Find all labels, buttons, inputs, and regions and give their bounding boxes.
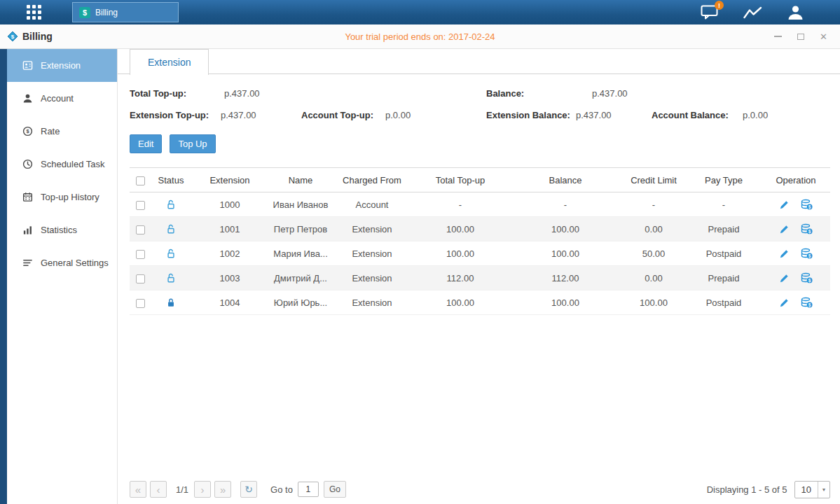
pay-type-cell: Prepaid [686,266,762,290]
svg-text:$: $ [808,278,811,284]
svg-text:$: $ [808,302,811,308]
sidebar-item-general-settings[interactable]: General Settings [7,246,117,279]
extension-cell: 1002 [191,241,268,266]
edit-extension-button[interactable] [779,248,790,259]
sidebar-item-statistics[interactable]: Statistics [7,214,117,246]
sidebar-item-extension[interactable]: Extension [7,49,117,82]
name-cell: Мария Ива... [268,241,333,266]
topup-extension-button[interactable]: $ [801,297,813,309]
maximize-icon[interactable] [797,34,804,40]
extension-cell: 1004 [191,290,268,315]
select-all-checkbox[interactable] [136,176,145,186]
next-page-button[interactable]: › [194,481,211,498]
window-title: Billing [22,31,53,42]
first-page-button[interactable]: « [130,481,146,498]
unlocked-icon [166,248,176,259]
line-chart-icon [743,6,762,20]
svg-text:$: $ [26,128,29,134]
row-checkbox[interactable] [136,299,145,308]
sidebar-item-scheduled-task[interactable]: Scheduled Task [7,148,117,181]
total-topup-label: Total Top-up: [130,88,224,99]
row-checkbox[interactable] [136,225,145,234]
table-row: 1003 Дмитрий Д... Extension 112.00 112.0… [130,266,830,290]
refresh-icon[interactable]: ↻ [240,481,257,498]
row-checkbox[interactable] [136,250,145,259]
extension-balance-value: p.437.00 [576,110,652,120]
coins-topup-icon: $ [801,272,813,284]
sidebar-item-label: Scheduled Task [41,159,105,169]
go-button[interactable]: Go [324,481,346,498]
coins-topup-icon: $ [801,248,813,259]
billing-logo-icon: $ [7,31,18,42]
header-operation: Operation [762,168,830,192]
sidebar-item-rate[interactable]: $ Rate [7,115,117,148]
messages-icon[interactable]: ! [701,5,718,20]
prev-page-button[interactable]: ‹ [150,481,167,498]
edit-extension-button[interactable] [779,297,790,308]
charged-from-cell: Extension [333,217,411,241]
account-balance-value: p.0.00 [743,110,768,120]
pay-type-cell: - [686,192,762,217]
name-cell: Дмитрий Д... [268,266,333,290]
svg-text:$: $ [808,204,811,210]
pencil-icon [779,248,790,259]
pay-type-cell: Postpaid [686,290,762,315]
header-extension: Extension [191,168,268,192]
pagination-bar: « ‹ 1/1 › » ↻ Go to Go Displaying 1 - 5 … [130,480,830,498]
dollar-circle-icon: $ [22,126,33,136]
balance-cell: 100.00 [509,241,621,266]
row-checkbox[interactable] [136,274,145,284]
operation-cell: $ [762,217,830,241]
last-page-button[interactable]: » [214,481,231,498]
topbar: $ Billing ! [0,0,840,24]
apps-grid-icon[interactable] [27,5,41,20]
extension-cell: 1000 [191,192,268,217]
sidebar-item-label: General Settings [41,258,109,268]
header-total-topup: Total Top-up [411,168,509,192]
topup-extension-button[interactable]: $ [801,248,813,260]
close-icon[interactable]: ✕ [820,32,827,41]
tab-strip: Extension [118,49,840,74]
sidebar-item-label: Rate [41,126,60,136]
edit-extension-button[interactable] [779,199,790,210]
pay-type-cell: Postpaid [686,241,762,266]
extension-topup-label: Extension Top-up: [130,110,221,120]
minimize-icon[interactable] [774,36,782,37]
user-account-icon[interactable] [787,5,804,20]
goto-label: Go to [270,484,293,495]
charged-from-cell: Extension [333,241,411,266]
edit-button[interactable]: Edit [130,134,162,153]
sidebar-item-topup-history[interactable]: Top-up History [7,181,117,214]
topup-extension-button[interactable]: $ [801,199,813,211]
top-up-button[interactable]: Top Up [170,134,215,153]
name-cell: Юрий Юрь... [268,290,333,315]
page-size-select[interactable]: 10 ▼ [794,481,830,498]
sidebar-item-label: Top-up History [41,192,99,202]
row-checkbox[interactable] [136,201,145,210]
balance-label: Balance: [486,88,592,99]
topup-extension-button[interactable]: $ [801,272,813,284]
sidebar-item-label: Statistics [41,225,77,235]
tab-extension[interactable]: Extension [130,49,209,75]
reports-chart-icon[interactable] [743,6,762,20]
billing-app-icon: $ [79,7,90,18]
header-pay-type: Pay Type [686,168,762,192]
bar-chart-icon [22,225,33,235]
sidebar-item-account[interactable]: Account [7,82,117,115]
name-cell: Иван Иванов [268,192,333,217]
pencil-icon [779,298,790,308]
table-row: 1004 Юрий Юрь... Extension 100.00 100.00… [130,290,830,315]
goto-page-input[interactable] [298,482,319,497]
account-balance-label: Account Balance: [652,110,743,120]
balance-cell: 112.00 [509,266,621,290]
svg-text:$: $ [808,253,811,259]
left-edge-strip [0,49,7,504]
charged-from-cell: Account [333,192,411,217]
edit-extension-button[interactable] [779,223,790,234]
edit-extension-button[interactable] [779,272,790,284]
operation-cell: $ [762,241,830,266]
header-credit-limit: Credit Limit [621,168,686,192]
header-status: Status [151,168,191,192]
billing-app-tab[interactable]: $ Billing [72,2,179,22]
topup-extension-button[interactable]: $ [801,223,813,235]
